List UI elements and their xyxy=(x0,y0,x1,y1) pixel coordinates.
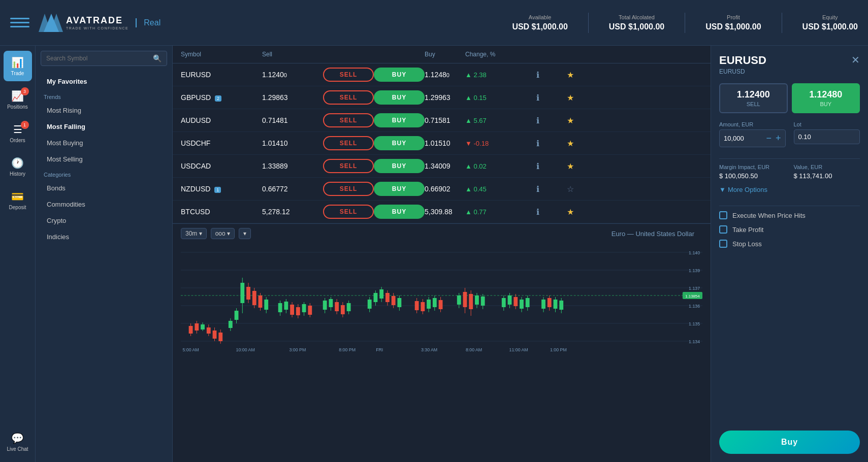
info-icon-nzdusd[interactable]: ℹ xyxy=(536,184,567,194)
star-gbpusd[interactable]: ★ xyxy=(567,93,587,103)
execute-checkbox-row[interactable]: Execute When Price Hits xyxy=(719,211,860,219)
hamburger-menu[interactable] xyxy=(10,13,29,32)
plus-icon[interactable]: + xyxy=(776,133,781,144)
svg-rect-33 xyxy=(235,311,239,320)
buy-button-usdcad[interactable]: BUY xyxy=(374,159,425,173)
take-profit-label: Take Profit xyxy=(732,226,763,234)
table-row[interactable]: GBPUSD 2 1.29863 SELL BUY 1.29963 ▲ 0.15… xyxy=(173,86,711,109)
nav-item-favorites[interactable]: My Favorites xyxy=(39,74,169,89)
buy-price-usdchf: 1.01510 xyxy=(425,139,465,147)
star-usdcad[interactable]: ★ xyxy=(567,161,587,171)
info-icon-eurusd[interactable]: ℹ xyxy=(536,70,567,80)
execute-checkbox[interactable] xyxy=(719,211,727,219)
available-label: Available xyxy=(512,14,567,20)
star-nzdusd[interactable]: ☆ xyxy=(567,184,587,194)
change-usdcad: ▲ 0.02 xyxy=(465,162,536,170)
search-input[interactable] xyxy=(46,55,153,62)
buy-price-button[interactable]: 1.12480 BUY xyxy=(792,83,860,113)
nav-item-crypto[interactable]: Crypto xyxy=(39,213,169,228)
top-stats: Available USD $1,000.00 Total Alcolated … xyxy=(512,13,858,33)
svg-rect-105 xyxy=(520,300,524,309)
buy-button-nzdusd[interactable]: BUY xyxy=(374,182,425,196)
nav-item-most-rising[interactable]: Most Rising xyxy=(39,103,169,118)
buy-button-audusd[interactable]: BUY xyxy=(374,113,425,127)
info-icon-usdcad[interactable]: ℹ xyxy=(536,161,567,171)
star-btcusd[interactable]: ★ xyxy=(567,207,587,217)
svg-rect-103 xyxy=(513,297,518,306)
margin-label: Margin Impact, EUR xyxy=(719,164,786,170)
amount-value: 10,000 xyxy=(724,135,744,142)
stop-loss-checkbox[interactable] xyxy=(719,240,727,248)
search-icon[interactable]: 🔍 xyxy=(153,54,162,62)
svg-text:1.140: 1.140 xyxy=(689,250,700,255)
star-eurusd[interactable]: ★ xyxy=(567,70,587,80)
take-profit-checkbox[interactable] xyxy=(719,225,727,234)
sell-button-nzdusd[interactable]: SELL xyxy=(323,182,374,196)
sidebar-item-history[interactable]: 🕐 History xyxy=(4,151,32,182)
sidebar-positions-label: Positions xyxy=(7,104,28,110)
sell-button-gbpusd[interactable]: SELL xyxy=(323,90,374,105)
more-options[interactable]: ▼ More Options xyxy=(719,186,860,193)
sell-button-usdchf[interactable]: SELL xyxy=(323,136,374,150)
table-row[interactable]: AUDUSD 0.71481 SELL BUY 0.71581 ▲ 5.67 ℹ… xyxy=(173,109,711,132)
take-profit-checkbox-row[interactable]: Take Profit xyxy=(719,225,860,234)
nav-item-indicies[interactable]: Indicies xyxy=(39,229,169,245)
buy-button-btcusd[interactable]: BUY xyxy=(374,205,425,219)
buy-button-usdchf[interactable]: BUY xyxy=(374,136,425,150)
buy-button-gbpusd[interactable]: BUY xyxy=(374,90,425,105)
svg-rect-55 xyxy=(308,306,312,315)
nav-item-most-buying[interactable]: Most Buying xyxy=(39,135,169,151)
nav-item-most-selling[interactable]: Most Selling xyxy=(39,151,169,167)
charttype-dropdown[interactable]: ooo ▾ xyxy=(211,228,235,239)
sidebar-item-orders[interactable]: 1 ☰ Orders xyxy=(4,118,32,148)
table-row[interactable]: BTCUSD 5,278.12 SELL BUY 5,309.88 ▲ 0.77… xyxy=(173,201,711,223)
sidebar-item-positions[interactable]: 3 📈 Positions xyxy=(4,84,32,115)
svg-text:1:00 PM: 1:00 PM xyxy=(550,347,567,352)
info-icon-btcusd[interactable]: ℹ xyxy=(536,207,567,217)
logo: AVATRADE TRADE WITH CONFIDENCE xyxy=(39,14,128,32)
svg-rect-115 xyxy=(559,301,563,310)
nav-item-commodities[interactable]: Commodities xyxy=(39,196,169,212)
indicator-value: ▾ xyxy=(243,230,246,237)
star-usdchf[interactable]: ★ xyxy=(567,139,587,148)
sell-button-audusd[interactable]: SELL xyxy=(323,113,374,127)
sell-button-eurusd[interactable]: SELL xyxy=(323,68,374,82)
sidebar-item-chat[interactable]: 💬 Live Chat xyxy=(4,426,32,457)
table-row[interactable]: USDCHF 1.01410 SELL BUY 1.01510 ▼ -0.18 … xyxy=(173,132,711,155)
svg-rect-47 xyxy=(284,302,288,310)
sidebar-trade-label: Trade xyxy=(11,71,24,76)
buy-price-eurusd: 1.12480 xyxy=(425,71,465,79)
minus-icon[interactable]: − xyxy=(766,133,771,144)
symbol-audusd: AUDUSD xyxy=(181,116,262,124)
info-icon-gbpusd[interactable]: ℹ xyxy=(536,93,567,103)
indicator-dropdown[interactable]: ▾ xyxy=(239,228,251,239)
table-row[interactable]: USDCAD 1.33889 SELL BUY 1.34009 ▲ 0.02 ℹ… xyxy=(173,155,711,178)
svg-rect-75 xyxy=(392,296,396,305)
sidebar-item-deposit[interactable]: 💳 Deposit xyxy=(4,185,32,215)
stop-loss-checkbox-row[interactable]: Stop Loss xyxy=(719,240,860,248)
sell-price-button[interactable]: 1.12400 SELL xyxy=(719,83,788,113)
sell-button-btcusd[interactable]: SELL xyxy=(323,205,374,219)
table-row[interactable]: EURUSD 1.12400 SELL BUY 1.12480 ▲ 2.38 ℹ… xyxy=(173,63,711,86)
svg-rect-59 xyxy=(329,299,333,307)
buy-button-eurusd[interactable]: BUY xyxy=(374,68,425,82)
nav-item-bonds[interactable]: Bonds xyxy=(39,180,169,196)
star-audusd[interactable]: ★ xyxy=(567,116,587,125)
close-button[interactable]: ✕ xyxy=(851,54,860,66)
info-icon-audusd[interactable]: ℹ xyxy=(536,116,567,125)
stat-divider-1 xyxy=(588,13,589,33)
table-row[interactable]: NZDUSD 1 0.66772 SELL BUY 0.66902 ▲ 0.45… xyxy=(173,178,711,201)
info-icon-usdchf[interactable]: ℹ xyxy=(536,139,567,148)
svg-rect-23 xyxy=(201,324,205,329)
lot-input[interactable]: 0.10 xyxy=(794,129,860,144)
nav-item-most-falling[interactable]: Most Falling xyxy=(39,119,169,135)
buy-price-gbpusd: 1.29963 xyxy=(425,93,465,102)
timeframe-dropdown[interactable]: 30m ▾ xyxy=(181,228,207,239)
sell-button-usdcad[interactable]: SELL xyxy=(323,159,374,173)
sidebar-item-trade[interactable]: 📊 Trade xyxy=(4,51,32,81)
buy-action-button[interactable]: Buy xyxy=(719,431,860,454)
execute-label: Execute When Price Hits xyxy=(732,212,806,219)
svg-rect-93 xyxy=(469,294,473,309)
amount-input[interactable]: 10,000 − + xyxy=(719,129,786,147)
svg-text:10:00 AM: 10:00 AM xyxy=(236,347,255,352)
